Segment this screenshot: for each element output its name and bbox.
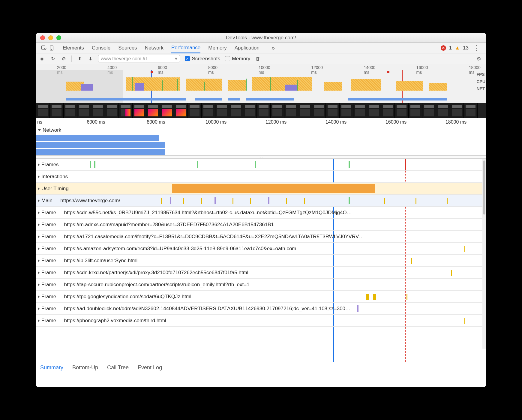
btab-bottom-up[interactable]: Bottom-Up xyxy=(72,364,98,371)
tab-application[interactable]: Application xyxy=(235,43,260,53)
trash-icon[interactable]: 🗑 xyxy=(255,56,261,62)
tab-elements[interactable]: Elements xyxy=(63,43,84,53)
lane-frame-item[interactable]: Frame — https://tpc.googlesyndication.co… xyxy=(36,291,486,303)
chevron-right-icon[interactable] xyxy=(38,259,40,262)
filmstrip-frame[interactable] xyxy=(77,103,91,118)
filmstrip-frame[interactable] xyxy=(188,103,202,118)
filmstrip-frame[interactable] xyxy=(284,103,298,118)
filmstrip-frame[interactable] xyxy=(312,103,326,118)
lane-frame-item[interactable]: Frame — https://cdn.w55c.net/i/s_0RB7U9m… xyxy=(36,207,486,219)
screenshots-checkbox[interactable]: ✓ Screenshots xyxy=(185,56,220,62)
lane-interactions[interactable]: Interactions xyxy=(36,171,486,183)
filmstrip-frame[interactable] xyxy=(367,103,381,118)
inspect-icon[interactable] xyxy=(41,45,47,51)
tab-sources[interactable]: Sources xyxy=(118,43,137,53)
overview-pane[interactable]: 2000 ms 4000 ms 6000 ms 8000 ms 10000 ms… xyxy=(36,64,486,103)
filmstrip-frame[interactable] xyxy=(215,103,229,118)
record-button[interactable]: ● xyxy=(39,55,45,63)
scrollbar-thumb[interactable] xyxy=(483,160,485,214)
lane-frame-item[interactable]: Frame — https://ib.3lift.com/userSync.ht… xyxy=(36,255,486,267)
filmstrip-frame[interactable] xyxy=(174,103,188,118)
error-count[interactable]: 1 xyxy=(449,45,452,51)
lane-frames[interactable]: Frames xyxy=(36,159,486,171)
lane-frame-item[interactable]: Frame — https://m.adnxs.com/mapuid?membe… xyxy=(36,219,486,231)
chevron-right-icon[interactable] xyxy=(38,211,40,214)
filmstrip-frame[interactable] xyxy=(50,103,64,118)
lane-frame-item[interactable]: Frame — https://cdn.krxd.net/partnerjs/x… xyxy=(36,267,486,279)
network-lane[interactable]: Network xyxy=(36,126,486,156)
lane-frame-item[interactable]: Frame — https://ad.doubleclick.net/ddm/a… xyxy=(36,303,486,315)
lane-frame-item[interactable]: Frame — https://phonograph2.voxmedia.com… xyxy=(36,315,486,327)
filmstrip-frame[interactable] xyxy=(422,103,436,118)
screenshots-label: Screenshots xyxy=(192,56,220,62)
lane-main[interactable]: Main — https://www.theverge.com/ xyxy=(36,195,486,207)
filmstrip-frame[interactable] xyxy=(464,103,478,118)
btab-summary[interactable]: Summary xyxy=(40,364,63,371)
recording-dropdown[interactable]: www.theverge.com #1 ▾ xyxy=(98,55,180,62)
tab-memory[interactable]: Memory xyxy=(208,43,226,53)
filmstrip-frame[interactable] xyxy=(395,103,409,118)
filmstrip-frame[interactable] xyxy=(146,103,160,118)
filmstrip-frame[interactable] xyxy=(381,103,395,118)
chevron-right-icon[interactable] xyxy=(38,187,40,190)
filmstrip-frame[interactable] xyxy=(229,103,243,118)
warning-count[interactable]: 13 xyxy=(463,45,469,51)
memory-checkbox[interactable]: Memory xyxy=(225,56,250,62)
filmstrip-frame[interactable] xyxy=(436,103,450,118)
lane-frame-item[interactable]: Frame — https://tap-secure.rubiconprojec… xyxy=(36,279,486,291)
upload-icon[interactable]: ⬆ xyxy=(76,56,82,62)
chevron-right-icon[interactable] xyxy=(38,271,40,274)
warning-icon[interactable]: ▲ xyxy=(455,45,460,51)
filmstrip-frame[interactable] xyxy=(64,103,77,118)
filmstrip-frame[interactable] xyxy=(326,103,340,118)
clear-button[interactable]: ⊘ xyxy=(61,56,67,62)
btab-call-tree[interactable]: Call Tree xyxy=(107,364,129,371)
filmstrip-frame[interactable] xyxy=(353,103,367,118)
panel-tabs: Elements Console Sources Network Perform… xyxy=(57,43,275,53)
download-icon[interactable]: ⬇ xyxy=(87,56,93,62)
filmstrip-frame[interactable] xyxy=(340,103,353,118)
filmstrip-frame[interactable] xyxy=(160,103,174,118)
chevron-right-icon[interactable] xyxy=(38,163,40,166)
tab-console[interactable]: Console xyxy=(92,43,110,53)
filmstrip-frame[interactable] xyxy=(450,103,464,118)
gear-icon[interactable]: ⚙ xyxy=(476,56,483,62)
lane-frame-item[interactable]: Frame — https://a1721.casalemedia.com/if… xyxy=(36,231,486,243)
filmstrip-frame[interactable] xyxy=(271,103,284,118)
chevron-right-icon[interactable] xyxy=(38,247,40,250)
reload-button[interactable]: ↻ xyxy=(50,56,56,62)
vertical-scrollbar[interactable] xyxy=(482,159,486,349)
tab-network[interactable]: Network xyxy=(145,43,164,53)
device-icon[interactable] xyxy=(49,45,55,51)
chevron-right-icon[interactable] xyxy=(38,223,40,226)
filmstrip-frame[interactable] xyxy=(243,103,257,118)
btab-event-log[interactable]: Event Log xyxy=(138,364,162,371)
chevron-down-icon[interactable] xyxy=(38,129,41,131)
chevron-right-icon[interactable] xyxy=(38,307,40,310)
tab-performance[interactable]: Performance xyxy=(171,43,200,53)
filmstrip[interactable] xyxy=(36,103,486,118)
filmstrip-frame[interactable] xyxy=(257,103,271,118)
kebab-menu-icon[interactable]: ⋮ xyxy=(472,44,482,52)
overview-cpu xyxy=(36,76,472,91)
filmstrip-frame[interactable] xyxy=(36,103,50,118)
filmstrip-frame[interactable] xyxy=(298,103,312,118)
filmstrip-frame[interactable] xyxy=(119,103,133,118)
more-tabs-icon[interactable]: » xyxy=(272,43,275,53)
chevron-right-icon[interactable] xyxy=(38,199,40,202)
filmstrip-frame[interactable] xyxy=(409,103,422,118)
chevron-right-icon[interactable] xyxy=(38,235,40,238)
flame-chart[interactable]: Frames Interactions User Timing Main — h… xyxy=(36,159,486,362)
chevron-right-icon[interactable] xyxy=(38,295,40,298)
error-badge-icon[interactable]: ✕ xyxy=(441,45,446,51)
filmstrip-frame[interactable] xyxy=(202,103,215,118)
filmstrip-frame[interactable] xyxy=(91,103,105,118)
chevron-right-icon[interactable] xyxy=(38,175,40,178)
lane-frame-item[interactable]: Frame — https://s.amazon-adsystem.com/ec… xyxy=(36,243,486,255)
chevron-right-icon[interactable] xyxy=(38,319,40,322)
filmstrip-frame[interactable] xyxy=(105,103,119,118)
splitter-handle[interactable]: ··· xyxy=(36,156,486,159)
filmstrip-frame[interactable] xyxy=(133,103,146,118)
lane-user-timing[interactable]: User Timing xyxy=(36,183,486,195)
chevron-right-icon[interactable] xyxy=(38,283,40,286)
